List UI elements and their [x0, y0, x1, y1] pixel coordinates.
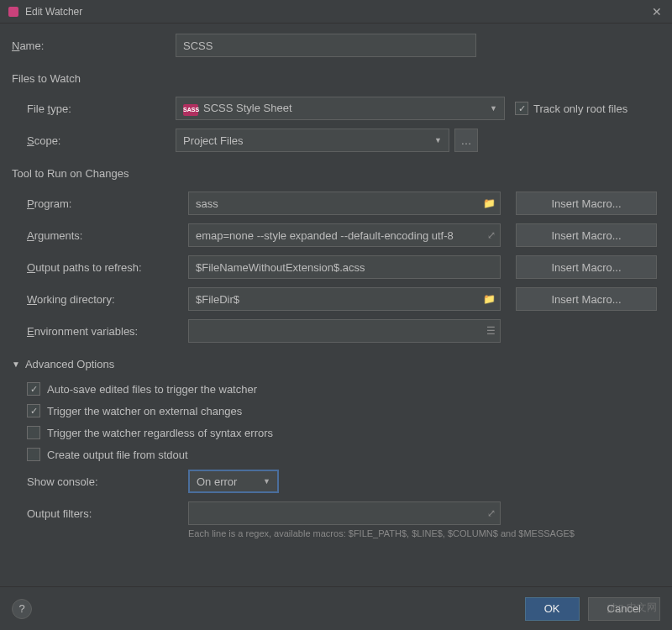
section-tool-to-run: Tool to Run on Changes — [12, 167, 660, 180]
section-advanced-options[interactable]: ▼ Advanced Options — [12, 358, 660, 370]
env-vars-label: Environment variables: — [12, 325, 188, 338]
insert-macro-button[interactable]: Insert Macro... — [516, 287, 657, 311]
track-only-root-label: Track only root files — [533, 102, 627, 115]
program-label: Program: — [12, 197, 188, 210]
chevron-down-icon: ▼ — [490, 104, 497, 113]
working-dir-row: Working directory: 📁 Insert Macro... — [12, 287, 660, 311]
program-row: Program: 📁 Insert Macro... — [12, 192, 660, 215]
output-stdout-checkbox[interactable]: Create output file from stdout — [12, 448, 660, 461]
working-dir-input[interactable] — [188, 287, 501, 311]
filetype-dropdown[interactable]: SASSSCSS Style Sheet ▼ — [176, 97, 505, 120]
dialog-content: Name: Files to Watch File type: SASSSCSS… — [0, 24, 672, 586]
insert-macro-button[interactable]: Insert Macro... — [516, 223, 657, 247]
regardless-syntax-checkbox[interactable]: Trigger the watcher regardless of syntax… — [12, 426, 660, 439]
checkbox-icon — [27, 404, 40, 417]
chevron-down-icon: ▼ — [12, 360, 20, 369]
env-vars-input[interactable] — [188, 319, 501, 343]
output-paths-input[interactable] — [188, 255, 501, 279]
dialog-title: Edit Watcher — [25, 6, 648, 18]
sass-icon: SASS — [183, 104, 198, 116]
checkbox-icon — [27, 448, 40, 461]
trigger-external-checkbox[interactable]: Trigger the watcher on external changes — [12, 404, 660, 417]
output-stdout-label: Create output file from stdout — [47, 449, 188, 461]
output-filters-hint: Each line is a regex, available macros: … — [188, 528, 660, 538]
list-icon[interactable]: ☰ — [486, 325, 496, 337]
close-icon[interactable]: ✕ — [648, 3, 665, 20]
name-row: Name: — [12, 34, 660, 57]
output-paths-label: Output paths to refresh: — [12, 261, 188, 274]
button-bar: ? OK Cancel — [0, 586, 672, 630]
filetype-label: File type: — [12, 102, 176, 115]
chevron-down-icon: ▼ — [263, 477, 270, 486]
checkbox-icon — [515, 102, 528, 115]
arguments-label: Arguments: — [12, 229, 188, 242]
regardless-syntax-label: Trigger the watcher regardless of syntax… — [47, 427, 273, 439]
help-button[interactable]: ? — [12, 599, 32, 619]
insert-macro-button[interactable]: Insert Macro... — [516, 255, 657, 279]
ok-button[interactable]: OK — [525, 597, 580, 621]
insert-macro-button[interactable]: Insert Macro... — [516, 192, 657, 215]
arguments-row: Arguments: ⤢ Insert Macro... — [12, 223, 660, 247]
scope-label: Scope: — [12, 134, 176, 147]
track-only-root-checkbox[interactable]: Track only root files — [515, 102, 627, 115]
folder-icon[interactable]: 📁 — [483, 197, 496, 209]
program-input[interactable] — [188, 192, 501, 215]
folder-icon[interactable]: 📁 — [483, 293, 496, 305]
scope-dropdown[interactable]: Project Files ▼ — [176, 129, 449, 152]
working-dir-label: Working directory: — [12, 293, 188, 306]
output-filters-label: Output filters: — [12, 507, 188, 520]
scope-ellipsis-button[interactable]: … — [454, 129, 478, 152]
titlebar: Edit Watcher ✕ — [0, 0, 672, 24]
app-icon — [7, 5, 20, 18]
checkbox-icon — [27, 426, 40, 439]
auto-save-checkbox[interactable]: Auto-save edited files to trigger the wa… — [12, 382, 660, 396]
expand-icon[interactable]: ⤢ — [487, 507, 496, 519]
output-paths-row: Output paths to refresh: Insert Macro... — [12, 255, 660, 279]
auto-save-label: Auto-save edited files to trigger the wa… — [47, 383, 257, 396]
name-label: Name: — [12, 39, 176, 52]
checkbox-icon — [27, 382, 40, 396]
output-filters-row: Output filters: ⤢ — [12, 501, 660, 525]
show-console-dropdown[interactable]: On error ▼ — [188, 470, 279, 493]
chevron-down-icon: ▼ — [434, 136, 442, 144]
name-input[interactable] — [176, 34, 476, 57]
output-filters-input[interactable] — [188, 501, 501, 525]
watermark: php 中文网 — [607, 601, 657, 615]
show-console-row: Show console: On error ▼ — [12, 470, 660, 493]
filetype-row: File type: SASSSCSS Style Sheet ▼ Track … — [12, 97, 660, 120]
edit-watcher-dialog: Edit Watcher ✕ Name: Files to Watch File… — [0, 0, 672, 630]
trigger-external-label: Trigger the watcher on external changes — [47, 405, 242, 417]
scope-row: Scope: Project Files ▼ … — [12, 129, 660, 152]
arguments-input[interactable] — [188, 223, 501, 247]
show-console-label: Show console: — [12, 475, 188, 488]
env-vars-row: Environment variables: ☰ — [12, 319, 660, 343]
svg-rect-0 — [8, 7, 18, 17]
section-files-to-watch: Files to Watch — [12, 72, 660, 85]
expand-icon[interactable]: ⤢ — [487, 229, 496, 241]
